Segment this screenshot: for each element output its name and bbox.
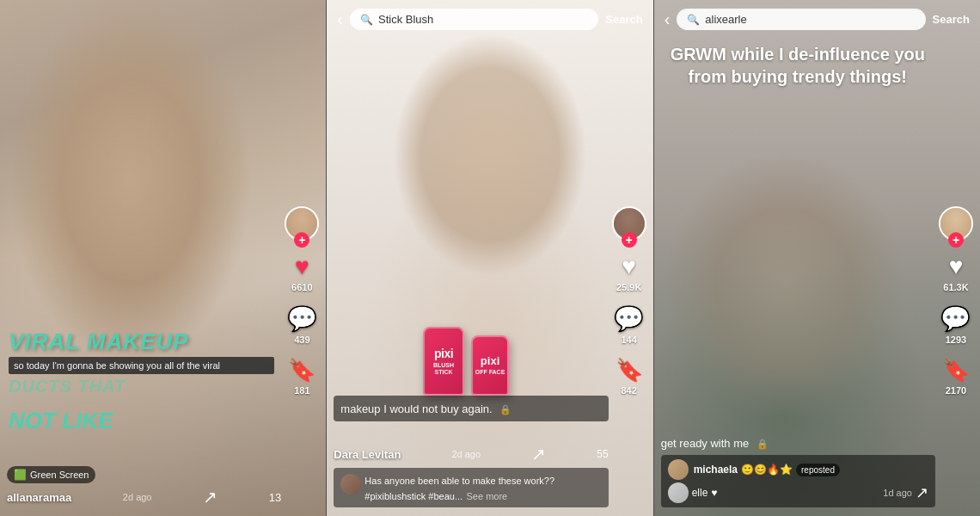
tiktok-panel-3: ‹ 🔍 alixearle Search GRWM while I de-inf… [654, 0, 980, 516]
share-count-2: 55 [597, 448, 608, 460]
search-button-2[interactable]: Search [605, 13, 642, 26]
creator-avatar-1[interactable]: + [285, 206, 319, 241]
like-button-3[interactable]: ♥ 61.3K [943, 253, 968, 292]
back-arrow-3[interactable]: ‹ [665, 9, 671, 29]
bookmark-button-1[interactable]: 🔖 181 [288, 357, 315, 396]
caption-lock-3: 🔒 [756, 439, 769, 449]
follow-button-2[interactable]: + [622, 232, 637, 248]
search-bar-3: ‹ 🔍 alixearle Search [654, 9, 980, 30]
creator-avatar-2[interactable]: + [612, 206, 646, 241]
viral-title: VIRAL MAKEUP [9, 329, 274, 354]
username-3[interactable]: elle [692, 487, 708, 499]
time-ago-3: 1d ago [883, 488, 912, 498]
pixi-product-1: pixi BLUSH STICK [423, 327, 464, 396]
like-button-1[interactable]: ♥ 6610 [291, 253, 312, 292]
viral-overlay: VIRAL MAKEUP so today I'm gonna be showi… [0, 329, 283, 434]
emojis-3: 🙂😊🔥⭐ [741, 464, 793, 476]
bookmark-button-2[interactable]: 🔖 842 [616, 357, 643, 396]
video-caption-2: makeup I would not buy again. 🔒 [334, 396, 608, 421]
comment-text-2: Has anyone been able to make these work?… [364, 476, 554, 501]
not-like-text: NOT LIKE [9, 408, 274, 434]
username-1[interactable]: allanaramaa [7, 491, 71, 504]
time-ago-1: 2d ago [123, 492, 152, 502]
follow-button-3[interactable]: + [948, 232, 964, 248]
follow-button-1[interactable]: + [294, 232, 309, 248]
back-arrow-2[interactable]: ‹ [337, 9, 343, 29]
tiktok-panel-1: + ♥ 6610 💬 439 🔖 181 VIRAL MAKEUP so tod… [0, 0, 326, 516]
bookmark-button-3[interactable]: 🔖 2170 [942, 357, 970, 396]
action-buttons-panel3: + ♥ 61.3K 💬 1293 🔖 2170 [939, 206, 973, 396]
comment-button-2[interactable]: 💬 144 [614, 304, 644, 345]
grwm-overlay: GRWM while I de-influence you from buyin… [663, 43, 933, 88]
viral-subtitle: so today I'm gonna be showing you all of… [9, 357, 274, 374]
search-input-3[interactable]: 🔍 alixearle [677, 9, 925, 30]
tiktok-panel-2: ‹ 🔍 Stick Blush Search pixi BLUSH STICK … [327, 0, 652, 516]
search-input-2[interactable]: 🔍 Stick Blush [350, 9, 598, 30]
comment-preview-2: Has anyone been able to make these work?… [334, 468, 608, 507]
action-buttons-panel2: + ♥ 25.9K 💬 144 🔖 842 [612, 206, 646, 396]
comment-preview-3: michaela 🙂😊🔥⭐ reposted elle ♥ 1d ago ↗ [661, 455, 935, 507]
share-icon-3[interactable]: ↗ [916, 483, 928, 502]
comment-button-1[interactable]: 💬 439 [287, 304, 317, 345]
share-icon-2[interactable]: ↗ [531, 444, 546, 464]
creator-avatar-3[interactable]: + [939, 206, 973, 241]
grwm-title: GRWM while I de-influence you from buyin… [663, 43, 933, 88]
like-button-2[interactable]: ♥ 25.9K [616, 253, 641, 292]
search-icon-2: 🔍 [360, 14, 373, 26]
reposted-badge-3: reposted [796, 464, 840, 476]
search-bar-2: ‹ 🔍 Stick Blush Search [327, 9, 652, 30]
search-button-3[interactable]: Search [933, 13, 970, 26]
share-icon-1[interactable]: ↗ [203, 487, 217, 507]
share-count-1: 13 [269, 491, 281, 504]
action-buttons-panel1: + ♥ 6610 💬 439 🔖 181 [285, 206, 319, 396]
commenter-avatar-3 [668, 459, 689, 480]
time-ago-2: 2d ago [451, 449, 481, 459]
caption-icon: 🔒 [499, 404, 511, 415]
user2-avatar-3 [668, 482, 689, 503]
comment-button-3[interactable]: 💬 1293 [940, 304, 971, 345]
products-text: DUCTS THAT [9, 377, 274, 396]
green-screen-tag: 🟩 Green Screen [7, 466, 95, 483]
commenter-avatar-2 [340, 474, 361, 494]
see-more-2[interactable]: See more [467, 491, 508, 501]
pixi-product-2: pixi OFF FACE [471, 335, 509, 396]
username-2[interactable]: Dara Levitan [334, 448, 401, 461]
comment-username-3: michaela [694, 464, 738, 476]
search-icon-3: 🔍 [687, 14, 700, 26]
video-caption-3: get ready with me [661, 437, 750, 450]
